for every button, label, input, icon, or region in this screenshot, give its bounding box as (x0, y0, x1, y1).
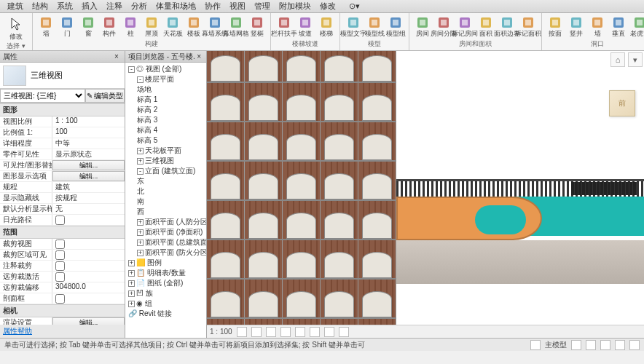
tool-房间分隔[interactable]: 房间分隔 (433, 15, 454, 38)
menu-item[interactable]: 修改 (315, 1, 340, 12)
prop-row[interactable]: 零件可见性显示原状态 (0, 149, 125, 160)
menu-item[interactable]: 附加模块 (275, 1, 315, 12)
tool-楼梯[interactable]: 楼梯 (316, 15, 337, 38)
tool-标记面积[interactable]: 标记面积 (518, 15, 538, 38)
edit-type-button[interactable]: ✎ 编辑类型 (85, 89, 125, 103)
tree-area[interactable]: +面积平面 (防火分区面 (127, 248, 205, 258)
prop-group-header[interactable]: 范围 (0, 226, 125, 239)
sun-icon[interactable] (266, 327, 276, 337)
tree-floorplans[interactable]: -楼层平面 (127, 74, 205, 84)
menu-item[interactable]: 管理 (250, 1, 275, 12)
menu-item[interactable]: 视图 (225, 1, 250, 12)
prop-row[interactable]: 规程建筑 (0, 182, 125, 193)
tree-ceiling[interactable]: +天花板平面 (127, 146, 205, 156)
reveal-icon[interactable] (339, 327, 349, 337)
render-icon[interactable] (295, 327, 305, 337)
prop-row[interactable]: 详细程度中等 (0, 138, 125, 149)
prop-checkbox[interactable] (55, 250, 65, 260)
menu-item[interactable]: 分析 (127, 1, 152, 12)
prop-checkbox[interactable] (55, 272, 65, 282)
prop-row[interactable]: 显示隐藏线按规程 (0, 193, 125, 204)
nav-menu-icon[interactable]: ▾ (628, 52, 643, 67)
tool-幕墙系统[interactable]: 幕墙系统 (205, 15, 225, 38)
tree-leaf[interactable]: 标高 4 (127, 125, 205, 135)
close-icon[interactable]: × (111, 52, 122, 61)
tool-楼板[interactable]: 楼板 (184, 15, 204, 38)
prop-row[interactable]: 可见性/图形替换编辑... (0, 160, 125, 171)
home-icon[interactable]: ⌂ (610, 52, 625, 67)
tree-fams[interactable]: +凹 族 (127, 288, 205, 298)
tree-elev[interactable]: -立面 (建筑立面) (127, 166, 205, 176)
tool-模型组[interactable]: 模型组 (385, 15, 406, 38)
tool-栏杆扶手[interactable]: 栏杆扶手 (274, 15, 294, 38)
tree-area[interactable]: +面积平面 (总建筑面积 (127, 237, 205, 248)
menu-item[interactable]: 体量和场地 (152, 1, 200, 12)
edit-button[interactable]: 编辑... (52, 171, 125, 181)
edit-button[interactable]: 编辑... (52, 160, 125, 170)
properties-list[interactable]: 图形视图比例1 : 100比例值 1:100详细程度中等零件可见性显示原状态可见… (0, 103, 125, 325)
tool-构件[interactable]: 构件 (99, 15, 119, 38)
tool-柱[interactable]: 柱 (120, 15, 141, 38)
prop-row[interactable]: 远剪裁偏移304800.0 (0, 282, 125, 293)
prop-group-header[interactable]: 图形 (0, 103, 125, 116)
tool-模型文字[interactable]: 模型文字 (343, 15, 364, 38)
modify-tool[interactable]: 修改 (3, 15, 29, 41)
prop-row[interactable]: 远剪裁激活 (0, 272, 125, 282)
viewport-3d[interactable]: ⌂ ▾ 前 1 : 100 (207, 51, 644, 338)
tree-sched[interactable]: +📋 明细表/数量 (127, 268, 205, 278)
prop-row[interactable]: 渲染设置编辑... (0, 317, 125, 325)
crop-icon[interactable] (310, 327, 320, 337)
tool-窗[interactable]: 窗 (78, 15, 98, 38)
tool-竖梃[interactable]: 竖梃 (247, 15, 267, 38)
tree-root[interactable]: -◎ 视图 (全部) (127, 64, 205, 74)
tree-legends[interactable]: +🟨 图例 (127, 258, 205, 268)
prop-checkbox[interactable] (55, 215, 65, 225)
tool-面积[interactable]: 面积 (476, 15, 496, 38)
tool-门[interactable]: 门 (57, 15, 77, 38)
select-opt-icon[interactable] (586, 340, 596, 350)
tool-标记房间[interactable]: 标记房间 (455, 15, 475, 38)
tree-leaf[interactable]: 标高 1 (127, 95, 205, 105)
hide-icon[interactable] (324, 327, 334, 337)
prop-row[interactable]: 图形显示选项编辑... (0, 171, 125, 182)
tool-按面[interactable]: 按面 (545, 15, 565, 38)
menu-item[interactable]: 结构 (28, 1, 52, 12)
tree-area[interactable]: +面积平面 (人防分区面积 (127, 217, 205, 227)
menu-item[interactable]: 建筑 (3, 1, 28, 12)
detail-icon[interactable] (237, 327, 247, 337)
select-label[interactable]: 选择 ▾ (7, 41, 25, 51)
tool-面积边界[interactable]: 面积边界 (497, 15, 517, 38)
tree-leaf[interactable]: 标高 2 (127, 105, 205, 115)
scale-label[interactable]: 1 : 100 (210, 328, 232, 336)
menu-item[interactable]: 系统 (52, 1, 77, 12)
tree-leaf[interactable]: 标高 5 (127, 135, 205, 146)
menu-item[interactable]: 插入 (77, 1, 102, 12)
select-opt2-icon[interactable] (600, 340, 610, 350)
prop-row[interactable]: 比例值 1:100 (0, 127, 125, 138)
filter-icon[interactable] (571, 340, 581, 350)
workset-icon[interactable] (530, 340, 541, 350)
prop-checkbox[interactable] (55, 294, 65, 304)
tree-leaf[interactable]: 西 (127, 207, 205, 217)
tree-3d[interactable]: +三维视图 (127, 156, 205, 166)
tree-leaf[interactable]: 东 (127, 176, 205, 186)
edit-button[interactable]: 编辑... (52, 317, 125, 325)
prop-row[interactable]: 剖面框 (0, 293, 125, 304)
tree-leaf[interactable]: 场地 (127, 84, 205, 95)
tool-坡道[interactable]: 坡道 (295, 15, 315, 38)
prop-checkbox[interactable] (55, 240, 65, 249)
tree-leaf[interactable]: 南 (127, 197, 205, 207)
tool-房间[interactable]: 房间 (412, 15, 433, 38)
tree-groups[interactable]: +◉ 组 (127, 298, 205, 309)
properties-help-link[interactable]: 属性帮助 (0, 325, 125, 338)
tool-墙[interactable]: 墙 (36, 15, 56, 38)
tree-leaf[interactable]: 北 (127, 186, 205, 197)
tool-老虎窗[interactable]: 老虎窗 (629, 15, 644, 38)
prop-row[interactable]: 裁剪区域可见 (0, 250, 125, 261)
prop-group-header[interactable]: 相机 (0, 304, 125, 317)
prop-row[interactable]: 默认分析显示样式无 (0, 204, 125, 215)
instance-select[interactable]: 三维视图: {三维} (0, 89, 85, 103)
prop-row[interactable]: 裁剪视图 (0, 239, 125, 250)
tree-area[interactable]: +面积平面 (净面积) (127, 227, 205, 237)
menu-help-icon[interactable]: ⊙▾ (345, 1, 364, 11)
